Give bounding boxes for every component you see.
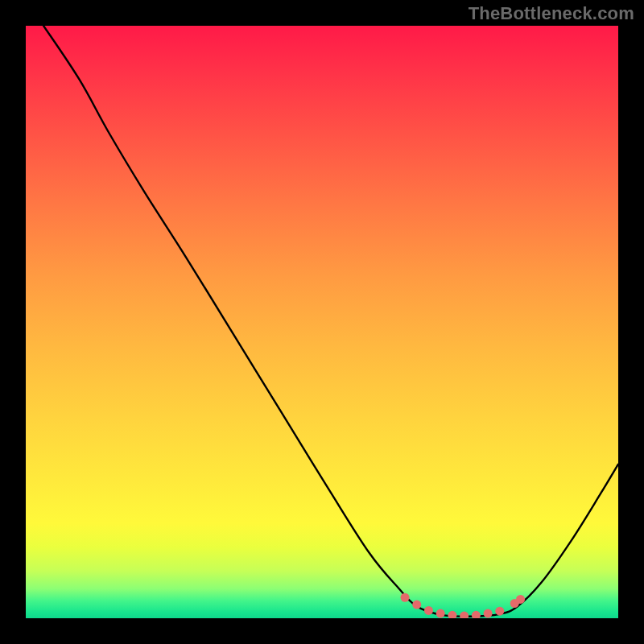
marker-dot (460, 612, 469, 618)
marker-dot (484, 609, 493, 618)
bottleneck-curve (43, 26, 618, 617)
marker-dot (448, 611, 456, 618)
marker-dot (424, 606, 433, 615)
optimal-range-markers (401, 593, 526, 618)
plot-area (26, 26, 618, 618)
curve-layer (26, 26, 618, 618)
marker-dot (412, 601, 421, 609)
marker-dot (472, 611, 481, 618)
marker-dot (495, 607, 504, 616)
marker-dot (401, 593, 410, 602)
marker-dot (436, 609, 445, 618)
marker-dot (516, 595, 525, 604)
attribution-label: TheBottleneck.com (469, 3, 634, 24)
chart-stage: TheBottleneck.com (0, 0, 644, 644)
